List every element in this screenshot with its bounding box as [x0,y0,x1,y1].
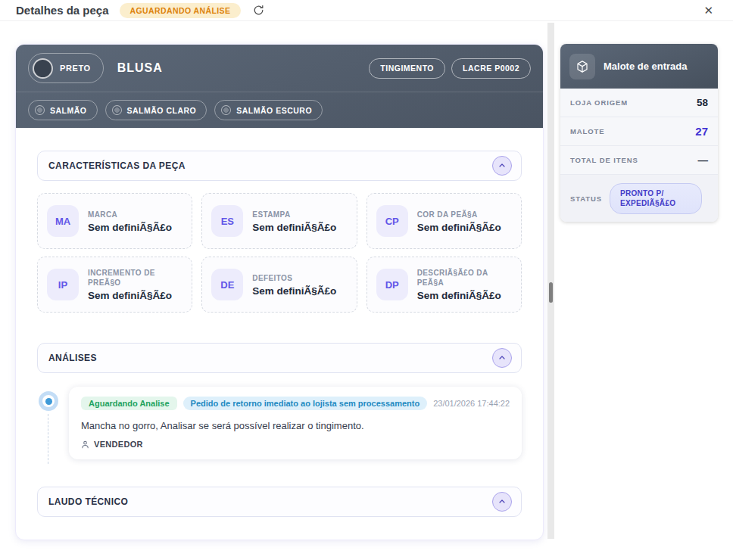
status-badge: AGUARDANDO ANÁLISE [120,3,242,18]
feature-label: DESCRIÃ§Ã£O DA PEÃ§A [417,268,512,288]
analysis-message: Mancha no gorro, Analisar se será possív… [81,420,510,431]
section-title: LAUDO TÉCNICO [48,496,128,507]
feature-card-marca: MA MARCA Sem definiÃ§Ã£o [37,193,192,249]
feature-value: Sem definiÃ§Ã£o [88,290,182,301]
malote-number: 27 [695,125,708,138]
feature-abbr: CP [376,205,408,237]
malote-card: Malote de entrada LOJA ORIGEM 58 MALOTE … [560,44,718,222]
user-icon [81,440,89,449]
row-loja-origem: LOJA ORIGEM 58 [560,89,718,117]
feature-label: MARCA [88,210,172,219]
dye-color-icon [221,105,231,115]
characteristics-grid: MA MARCA Sem definiÃ§Ã£o ES ESTAMPA Sem … [37,193,522,313]
tag-tingimento[interactable]: TINGIMENTO [369,58,445,79]
feature-value: Sem definiÃ§Ã£o [417,290,512,301]
feature-card-descricao: DP DESCRIÃ§Ã£O DA PEÃ§A Sem definiÃ§Ã£o [366,257,522,313]
scrollbar-thumb[interactable] [549,282,553,303]
row-status: STATUS PRONTO P/ EXPEDIÃ§Ã£O [560,175,718,222]
section-title: CARACTERÍSTICAS DA PEÇA [48,160,186,171]
dye-chip-salmao[interactable]: SALMÃO [28,100,98,120]
color-swatch-preto [33,58,53,79]
piece-detail-card: PRETO BLUSA TINGIMENTO LACRE P0002 SALMÃ… [15,44,544,540]
analysis-entry: Aguardando Analise Pedido de retorno ime… [69,387,522,459]
malote-header: Malote de entrada [560,44,718,89]
analysis-status-badge: Aguardando Analise [81,397,177,410]
scrollbar-track[interactable] [547,23,554,539]
tag-lacre[interactable]: LACRE P0002 [451,58,531,79]
feature-abbr: IP [47,269,79,300]
section-analises[interactable]: ANÁLISES [37,343,522,373]
analysis-author: VENDEDOR [81,440,510,449]
page-title: Detalhes da peça [16,4,109,17]
feature-card-incremento: IP INCREMENTO DE PREÃ§O Sem definiÃ§Ã£o [37,257,192,313]
timeline-line [48,414,48,464]
loja-origem-value: 58 [697,97,708,108]
feature-label: ESTAMPA [252,210,336,219]
section-caracteristicas[interactable]: CARACTERÍSTICAS DA PEÇA [37,151,522,181]
row-total-itens: TOTAL DE ITENS — [560,146,718,175]
malote-title: Malote de entrada [604,61,688,72]
modal-header: Detalhes da peça AGUARDANDO ANÁLISE ✕ [0,0,733,21]
feature-value: Sem definiÃ§Ã£o [252,222,336,233]
chevron-up-icon [498,161,507,170]
feature-abbr: DE [211,269,243,300]
section-title: ANÁLISES [48,353,97,363]
feature-value: Sem definiÃ§Ã£o [417,222,501,233]
package-icon [569,54,595,79]
piece-header: PRETO BLUSA TINGIMENTO LACRE P0002 SALMÃ… [16,45,543,128]
feature-label: COR DA PEÃ§A [417,210,501,219]
feature-value: Sem definiÃ§Ã£o [88,222,172,233]
feature-value: Sem definiÃ§Ã£o [252,285,336,297]
total-itens-value: — [698,154,709,166]
close-icon[interactable]: ✕ [703,3,713,18]
piece-title: BLUSA [117,61,163,75]
feature-abbr: ES [211,205,243,237]
chevron-up-icon [498,497,507,506]
dye-color-icon [35,105,45,115]
feature-abbr: DP [376,269,408,300]
collapse-button[interactable] [492,348,512,368]
analysis-timeline: Aguardando Analise Pedido de retorno ime… [37,387,522,459]
refresh-icon[interactable] [251,4,265,17]
dye-chip-salmao-claro[interactable]: SALMÃO CLARO [105,100,207,120]
feature-card-cor: CP COR DA PEÃ§A Sem definiÃ§Ã£o [366,193,522,249]
feature-label: DEFEITOS [252,273,336,283]
timeline-dot-icon [39,391,58,411]
base-color-label: PRETO [60,64,91,73]
collapse-button[interactable] [492,492,512,512]
feature-card-defeitos: DE DEFEITOS Sem definiÃ§Ã£o [201,257,357,313]
feature-label: INCREMENTO DE PREÃ§O [88,268,182,288]
analysis-timestamp: 23/01/2026 17:44:22 [433,399,510,408]
base-color-pill[interactable]: PRETO [28,53,104,83]
feature-card-estampa: ES ESTAMPA Sem definiÃ§Ã£o [201,193,357,249]
row-malote: MALOTE 27 [560,117,718,146]
timeline-rail [37,387,69,459]
feature-abbr: MA [47,205,79,237]
dye-color-icon [112,105,122,115]
analysis-info-badge: Pedido de retorno imediato ao lojista se… [183,397,428,410]
collapse-button[interactable] [492,156,512,176]
chevron-up-icon [498,353,507,362]
section-laudo-tecnico[interactable]: LAUDO TÉCNICO [37,487,522,517]
status-chip: PRONTO P/ EXPEDIÃ§Ã£O [610,183,702,214]
dye-chip-salmao-escuro[interactable]: SALMÃO ESCURO [214,100,323,120]
